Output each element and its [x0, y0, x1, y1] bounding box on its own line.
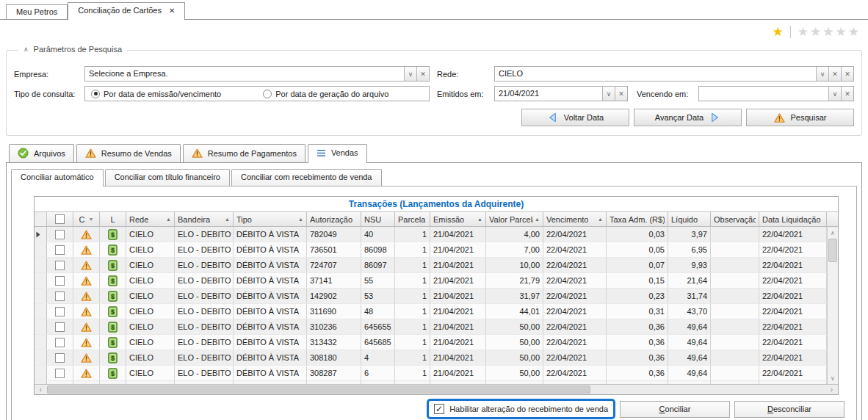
- clear-icon[interactable]: ✕: [416, 67, 429, 81]
- scroll-up-icon[interactable]: ∧: [828, 227, 838, 239]
- select-all-checkbox[interactable]: [55, 214, 65, 224]
- rating-star-icon[interactable]: ★: [822, 24, 835, 40]
- column-header-nsu[interactable]: NSU: [361, 212, 395, 226]
- radio-unselected-icon[interactable]: [263, 90, 272, 98]
- row-checkbox[interactable]: [55, 338, 65, 347]
- cell-select[interactable]: [47, 242, 73, 257]
- table-row[interactable]: $CIELOELO - DEBITODÉBITO À VISTA30828761…: [35, 366, 827, 381]
- column-header-liquido[interactable]: Líquido: [668, 212, 711, 226]
- voltar-data-button[interactable]: Voltar Data: [521, 109, 629, 126]
- tab-conciliacao-cartoes[interactable]: Conciliação de Cartões ✕: [68, 2, 185, 20]
- radio-por-emissao[interactable]: Por data de emissão/vencimento: [91, 90, 221, 98]
- scroll-down-icon[interactable]: ∨: [828, 372, 838, 384]
- dropdown-icon[interactable]: ∨: [404, 67, 416, 81]
- emitidos-date-picker[interactable]: 21/04/2021 ∨ ✕: [494, 86, 628, 101]
- rating-star-icon[interactable]: ★: [836, 24, 848, 40]
- vscroll-thumb[interactable]: [828, 239, 837, 262]
- conciliar-button[interactable]: Conciliar: [620, 401, 730, 418]
- cell-select[interactable]: [47, 227, 73, 242]
- vscroll-track[interactable]: [828, 262, 838, 372]
- habilitar-alteracao-checkbox[interactable]: ✓: [434, 404, 444, 414]
- tab-conciliar-titulo-financeiro[interactable]: Conciliar com título financeiro: [105, 169, 230, 186]
- rede-combo[interactable]: CIELO ∨ ✕ ✕: [494, 66, 854, 82]
- tab-conciliar-recebimento-venda[interactable]: Conciliar com recebimento de venda: [231, 169, 382, 186]
- column-header-tipo[interactable]: Tipo▲: [234, 212, 307, 226]
- radio-por-geracao[interactable]: Por data de geração do arquivo: [263, 90, 388, 98]
- cell-select[interactable]: [47, 350, 73, 365]
- pesquisar-button[interactable]: Pesquisar: [746, 109, 854, 126]
- column-header-valor_parcela[interactable]: Valor Parcela▲: [486, 212, 543, 226]
- row-checkbox[interactable]: [55, 292, 65, 301]
- close-icon[interactable]: ✕: [169, 7, 175, 15]
- clear-icon[interactable]: ✕: [841, 67, 853, 81]
- column-header-bandeira[interactable]: Bandeira▲: [175, 212, 234, 226]
- cell-select[interactable]: [47, 304, 73, 319]
- column-header-taxa_adm[interactable]: Taxa Adm. (R$): [607, 212, 668, 226]
- cell-select[interactable]: [47, 273, 73, 288]
- clear-icon[interactable]: ✕: [841, 87, 853, 101]
- horizontal-scrollbar[interactable]: ‹ ›: [35, 384, 838, 394]
- column-header-rede[interactable]: Rede▲: [126, 212, 175, 226]
- row-checkbox[interactable]: [55, 245, 65, 255]
- dropdown-icon[interactable]: ∨: [816, 67, 828, 81]
- radio-selected-icon[interactable]: [91, 90, 100, 98]
- dropdown-icon[interactable]: ∨: [602, 87, 615, 101]
- table-row[interactable]: $CIELOELO - DEBITODÉBITO À VISTA72470786…: [35, 258, 827, 273]
- row-checkbox[interactable]: [55, 353, 65, 363]
- table-row[interactable]: $CIELOELO - DEBITODÉBITO À VISTA31023664…: [35, 319, 827, 335]
- column-header-parcela[interactable]: Parcela: [395, 212, 430, 226]
- dropdown-icon[interactable]: ∨: [828, 87, 841, 101]
- cell-select[interactable]: [47, 335, 73, 350]
- table-row[interactable]: $CIELOELO - DEBITODÉBITO À VISTA78204940…: [35, 227, 827, 242]
- tab-vendas[interactable]: Vendas: [308, 144, 367, 163]
- row-checkbox[interactable]: [55, 276, 65, 286]
- hscroll-track[interactable]: [590, 385, 825, 394]
- row-checkbox[interactable]: [55, 322, 65, 332]
- clear-icon[interactable]: ✕: [828, 67, 841, 81]
- row-checkbox[interactable]: [55, 230, 65, 239]
- rating-star-icon[interactable]: ★: [810, 24, 822, 40]
- favorite-star-icon[interactable]: ★: [773, 24, 785, 40]
- table-row[interactable]: $CIELOELO - DEBITODÉBITO À VISTA37141551…: [35, 273, 827, 289]
- rating-star-icon[interactable]: ★: [798, 24, 810, 40]
- hscroll-thumb[interactable]: [47, 385, 590, 394]
- cell-indicator: [35, 273, 47, 288]
- table-row[interactable]: $CIELOELO - DEBITODÉBITO À VISTA31343264…: [35, 335, 827, 350]
- tab-resumo-vendas[interactable]: Resumo de Vendas: [76, 144, 181, 162]
- column-header-data_liquidacao[interactable]: Data Liquidação: [759, 212, 827, 226]
- column-header-observacao[interactable]: Observação: [711, 212, 759, 226]
- table-row[interactable]: $CIELOELO - DEBITODÉBITO À VISTA14290253…: [35, 289, 827, 304]
- vertical-scrollbar[interactable]: ∧ ∨: [827, 227, 838, 384]
- table-row[interactable]: $CIELOELO - DEBITODÉBITO À VISTA31169048…: [35, 304, 827, 319]
- scroll-left-icon[interactable]: ‹: [35, 385, 47, 394]
- cell-select[interactable]: [47, 366, 73, 380]
- column-header-l[interactable]: L: [100, 212, 126, 226]
- column-header-select[interactable]: [47, 212, 73, 226]
- empresa-combo[interactable]: Selecione a Empresa. ∨ ✕: [84, 66, 430, 82]
- row-checkbox[interactable]: [55, 261, 65, 270]
- tab-resumo-pagamentos[interactable]: Resumo de Pagamentos: [183, 144, 305, 162]
- tab-label: Conciliar com título financeiro: [115, 173, 220, 181]
- tab-conciliar-automatico[interactable]: Conciliar automático: [11, 169, 104, 187]
- clear-icon[interactable]: ✕: [615, 87, 627, 101]
- filter-icon[interactable]: ▼: [89, 217, 94, 222]
- column-header-vencimento[interactable]: Vencimento▲: [543, 212, 607, 226]
- rating-star-icon[interactable]: ★: [848, 24, 861, 40]
- column-header-emissao[interactable]: Emissão▲: [430, 212, 486, 226]
- column-header-c[interactable]: C▼: [73, 212, 100, 226]
- column-header-autorizacao[interactable]: Autorização: [307, 212, 361, 226]
- table-row[interactable]: $CIELOELO - DEBITODÉBITO À VISTA73650186…: [35, 242, 827, 258]
- tab-arquivos[interactable]: Arquivos: [9, 144, 74, 162]
- table-row[interactable]: $CIELOELO - DEBITODÉBITO À VISTA30818041…: [35, 350, 827, 366]
- scroll-right-icon[interactable]: ›: [825, 385, 838, 394]
- row-checkbox[interactable]: [55, 307, 65, 316]
- vencendo-date-picker[interactable]: ∨ ✕: [698, 86, 854, 101]
- avancar-data-button[interactable]: Avançar Data: [634, 109, 742, 126]
- cell-select[interactable]: [47, 289, 73, 303]
- desconciliar-button[interactable]: Desconciliar: [734, 401, 845, 418]
- cell-select[interactable]: [47, 258, 73, 272]
- tab-meu-petros[interactable]: Meu Petros: [6, 4, 68, 19]
- row-checkbox[interactable]: [55, 369, 65, 378]
- cell-select[interactable]: [47, 319, 73, 334]
- collapse-icon[interactable]: ∧: [23, 46, 29, 53]
